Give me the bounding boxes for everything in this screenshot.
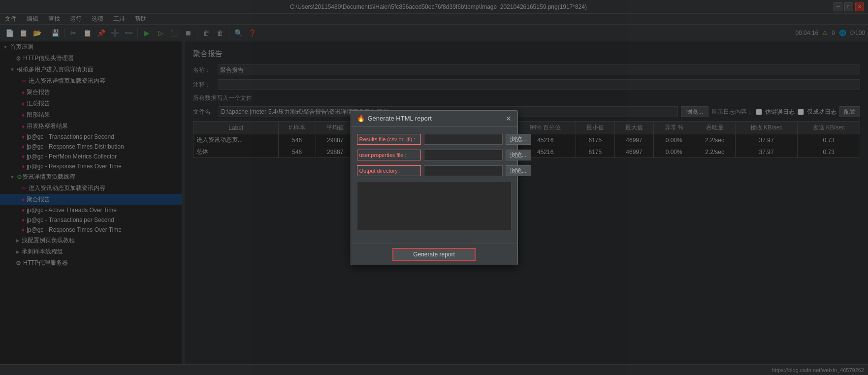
modal-title-text: Generate HTML report <box>368 115 432 122</box>
modal-output-input[interactable] <box>424 165 503 176</box>
modal-output-label: Output directory : <box>357 165 421 176</box>
modal-close-button[interactable]: ✕ <box>506 115 512 123</box>
modal-overlay: 🔥 Generate HTML report ✕ Results file (c… <box>0 0 868 375</box>
modal-flame-icon: 🔥 <box>357 115 365 122</box>
generate-report-button[interactable]: Generate report <box>392 248 476 261</box>
modal-output-browse[interactable]: 浏览... <box>506 165 531 176</box>
modal: 🔥 Generate HTML report ✕ Results file (c… <box>351 110 518 265</box>
modal-results-browse[interactable]: 浏览... <box>506 134 531 145</box>
modal-output-row: Output directory : 浏览... <box>357 165 512 176</box>
modal-userprops-browse[interactable]: 浏览... <box>506 150 531 160</box>
modal-userprops-row: user.properties file : 浏览... <box>357 150 512 160</box>
modal-results-input[interactable] <box>424 134 503 145</box>
modal-footer: Generate report <box>351 244 517 265</box>
modal-header: 🔥 Generate HTML report ✕ <box>351 111 517 127</box>
modal-results-row: Results file (csv or .jtl) : 浏览... <box>357 134 512 145</box>
modal-body: Results file (csv or .jtl) : 浏览... user.… <box>351 127 517 244</box>
modal-results-label: Results file (csv or .jtl) : <box>357 134 421 145</box>
modal-log-area[interactable] <box>357 181 512 230</box>
modal-userprops-input[interactable] <box>424 150 503 160</box>
modal-title: 🔥 Generate HTML report <box>357 115 432 122</box>
modal-userprops-label: user.properties file : <box>357 150 421 160</box>
